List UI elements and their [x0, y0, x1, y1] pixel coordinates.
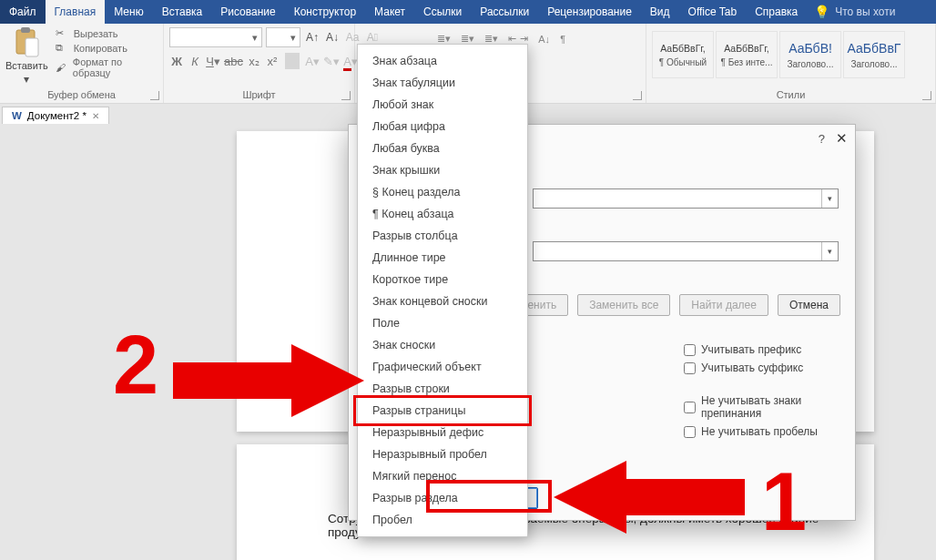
chevron-down-icon[interactable]: ▾	[821, 189, 838, 208]
style-heading2[interactable]: АаБбВвГЗаголово...	[843, 31, 905, 78]
find-what-field[interactable]: ▾	[533, 188, 839, 209]
replace-all-button[interactable]: Заменить все	[577, 294, 670, 316]
tab-office[interactable]: Office Tab	[679, 0, 747, 24]
special-menu-item[interactable]: Знак крышки	[358, 159, 527, 181]
ribbon-menubar: Файл Главная Меню Вставка Рисование Конс…	[0, 0, 936, 24]
font-name-combo[interactable]: ▾	[169, 27, 262, 47]
pilcrow-icon[interactable]: ¶	[560, 33, 565, 45]
special-menu-item[interactable]: Мягкий перенос	[358, 465, 527, 487]
cut-label: Вырезать	[74, 28, 118, 39]
special-menu-item[interactable]: Разрыв столбца	[358, 225, 527, 247]
annotation-arrow-2	[173, 344, 364, 417]
find-next-button[interactable]: Найти далее	[679, 294, 768, 316]
underline-button[interactable]: Ч▾	[206, 55, 220, 68]
special-menu-item[interactable]: Неразрывный пробел	[358, 443, 527, 465]
paste-icon	[13, 27, 40, 58]
check-ignore-spaces[interactable]: Не учитывать пробелы	[684, 425, 840, 438]
bold-button[interactable]: Ж	[169, 55, 184, 68]
tab-review[interactable]: Рецензирование	[538, 0, 641, 24]
special-menu-item[interactable]: Любая буква	[358, 137, 527, 159]
cut-button[interactable]: ✂Вырезать	[56, 27, 158, 39]
special-menu-item[interactable]: Разрыв страницы	[358, 400, 527, 422]
check-prefix[interactable]: Учитывать префикс	[684, 343, 840, 356]
help-icon[interactable]: ?	[819, 132, 825, 146]
format-painter-button[interactable]: 🖌Формат по образцу	[56, 56, 158, 78]
paste-button[interactable]: Вставить ▾	[5, 27, 48, 86]
copy-icon: ⧉	[56, 42, 68, 54]
close-tab-icon[interactable]: ✕	[92, 111, 99, 121]
grow-font-icon[interactable]: A↑	[304, 29, 320, 46]
doc-tab-label: Документ2 *	[27, 110, 86, 121]
strike-button[interactable]: abc	[224, 55, 243, 68]
paste-caret-icon: ▾	[24, 73, 29, 86]
dialog-launcher-icon[interactable]	[633, 91, 642, 100]
group-clipboard-label: Буфер обмена	[0, 89, 163, 103]
tab-home[interactable]: Главная	[46, 0, 106, 24]
annotation-arrow-1	[554, 461, 745, 534]
special-menu-item[interactable]: Длинное тире	[358, 247, 527, 269]
tab-help[interactable]: Справка	[746, 0, 807, 24]
tab-design[interactable]: Конструктор	[285, 0, 365, 24]
text-effects-button[interactable]: A▾	[305, 55, 320, 68]
font-size-combo[interactable]: ▾	[266, 27, 300, 47]
tab-insert[interactable]: Вставка	[153, 0, 212, 24]
dialog-launcher-icon[interactable]	[922, 91, 931, 100]
document-tab[interactable]: W Документ2 * ✕	[2, 107, 109, 124]
subscript-button[interactable]: x₂	[247, 55, 261, 68]
group-font-label: Шрифт	[164, 89, 354, 103]
special-menu-item[interactable]: ¶ Конец абзаца	[358, 203, 527, 225]
tab-mailings[interactable]: Рассылки	[471, 0, 538, 24]
tab-menu[interactable]: Меню	[105, 0, 152, 24]
shrink-font-icon[interactable]: A↓	[324, 29, 341, 46]
special-menu-item[interactable]: Пробел	[358, 509, 527, 531]
tell-me-text: Что вы хоти	[835, 5, 895, 18]
close-icon[interactable]: ✕	[836, 130, 848, 147]
special-menu-item[interactable]: Знак табуляции	[358, 72, 527, 94]
tell-me[interactable]: 💡 Что вы хоти	[814, 0, 895, 24]
format-painter-label: Формат по образцу	[73, 56, 158, 78]
style-normal[interactable]: АаБбВвГг,¶ Обычный	[652, 31, 714, 78]
special-menu-item[interactable]: Разрыв раздела	[358, 487, 527, 509]
special-menu-item[interactable]: Графический объект	[358, 356, 527, 378]
tab-view[interactable]: Вид	[641, 0, 679, 24]
svg-marker-4	[554, 461, 745, 534]
special-menu-item[interactable]: Разрыв строки	[358, 378, 527, 400]
highlight-button[interactable]: ✎▾	[323, 55, 340, 68]
special-menu-item[interactable]: Знак концевой сноски	[358, 290, 527, 312]
style-no-spacing[interactable]: АаБбВвГг,¶ Без инте...	[716, 31, 778, 78]
cancel-button[interactable]: Отмена	[778, 294, 840, 316]
replace-with-field[interactable]: ▾	[533, 241, 839, 261]
special-menu-item[interactable]: Поле	[358, 312, 527, 334]
copy-button[interactable]: ⧉Копировать	[56, 42, 158, 54]
group-font: ▾ ▾ A↑ A↓ Aa A⃠ Ж К Ч▾ abc x₂ x² A▾ ✎▾ A…	[164, 24, 355, 103]
special-menu-item[interactable]: Любой знак	[358, 94, 527, 116]
svg-rect-1	[21, 27, 30, 33]
superscript-button[interactable]: x²	[265, 55, 280, 68]
scissors-icon: ✂	[56, 27, 68, 39]
special-menu-item[interactable]: Знак абзаца	[358, 50, 527, 72]
word-doc-icon: W	[12, 110, 22, 121]
special-menu-item[interactable]: § Конец раздела	[358, 181, 527, 203]
group-styles-label: Стили	[646, 89, 935, 103]
special-menu: Знак абзацаЗнак табуляцииЛюбой знакЛюбая…	[357, 44, 528, 537]
tab-draw[interactable]: Рисование	[211, 0, 284, 24]
svg-marker-3	[173, 344, 364, 417]
special-menu-item[interactable]: Неразрывный дефис	[358, 422, 527, 443]
dialog-launcher-icon[interactable]	[341, 91, 351, 100]
copy-label: Копировать	[74, 43, 127, 54]
paste-label: Вставить	[5, 60, 48, 71]
tab-layout[interactable]: Макет	[365, 0, 414, 24]
style-heading1[interactable]: АаБбВ!Заголово...	[779, 31, 841, 78]
tab-references[interactable]: Ссылки	[414, 0, 471, 24]
special-menu-item[interactable]: Короткое тире	[358, 269, 527, 290]
italic-button[interactable]: К	[188, 55, 202, 68]
dialog-launcher-icon[interactable]	[150, 91, 159, 100]
special-menu-item[interactable]: Знак сноски	[358, 334, 527, 356]
tab-file[interactable]: Файл	[0, 0, 46, 24]
check-ignore-punct[interactable]: Не учитывать знаки препинания	[684, 394, 840, 420]
special-menu-item[interactable]: Любая цифра	[358, 116, 527, 137]
group-styles: АаБбВвГг,¶ Обычный АаБбВвГг,¶ Без инте..…	[646, 24, 936, 103]
sort-icon[interactable]: A↓	[538, 33, 550, 45]
check-suffix[interactable]: Учитывать суффикс	[684, 361, 840, 374]
chevron-down-icon[interactable]: ▾	[821, 242, 838, 260]
